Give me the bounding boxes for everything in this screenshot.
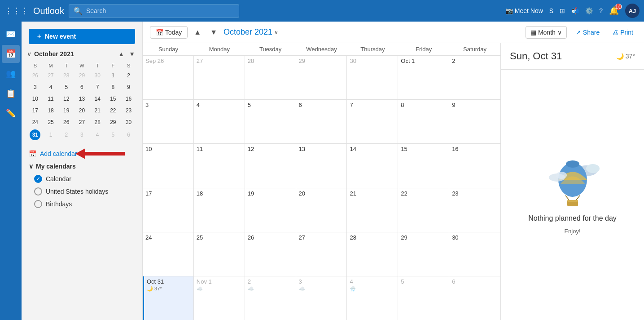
- mini-cal-day[interactable]: 12: [59, 93, 74, 104]
- cal-day[interactable]: 6: [296, 100, 347, 143]
- nav-tasks-icon[interactable]: 📋: [2, 84, 20, 102]
- mini-cal-day[interactable]: 29: [74, 70, 89, 81]
- cal-day[interactable]: Nov 1☁️: [194, 276, 245, 320]
- calendar-item[interactable]: ✓Calendar: [22, 173, 142, 185]
- cal-day[interactable]: 29: [398, 232, 449, 276]
- calendar-item[interactable]: Birthdays: [22, 198, 142, 210]
- today-button[interactable]: 📅 Today: [150, 26, 188, 39]
- nav-people-icon[interactable]: 👥: [2, 65, 20, 83]
- settings-icon[interactable]: ⚙️: [585, 7, 593, 14]
- cal-day[interactable]: 4: [194, 100, 245, 143]
- cal-day[interactable]: 14: [347, 144, 398, 187]
- mini-cal-day[interactable]: 2: [59, 129, 74, 141]
- cal-day[interactable]: 5: [245, 100, 296, 143]
- search-bar[interactable]: 🔍: [69, 4, 239, 18]
- mini-cal-day[interactable]: 28: [59, 70, 74, 81]
- mini-cal-day[interactable]: 7: [90, 82, 105, 93]
- add-calendar-button[interactable]: 📅 Add calendar: [22, 147, 142, 160]
- mini-cal-day[interactable]: 28: [90, 117, 105, 128]
- calendar-checkbox[interactable]: [34, 187, 42, 196]
- mini-cal-day[interactable]: 15: [106, 93, 121, 104]
- mini-cal-day[interactable]: 11: [44, 93, 58, 104]
- mini-cal-day[interactable]: 5: [59, 82, 74, 93]
- search-input[interactable]: [86, 7, 234, 14]
- avatar[interactable]: AJ: [625, 4, 640, 18]
- skype-icon[interactable]: S: [549, 7, 553, 14]
- mini-cal-day[interactable]: 19: [59, 105, 74, 116]
- cal-day[interactable]: 27: [194, 56, 245, 99]
- share-button[interactable]: ↗ Share: [572, 27, 603, 38]
- mini-cal-day[interactable]: 10: [28, 93, 43, 104]
- cal-day[interactable]: 29: [296, 56, 347, 99]
- mini-cal-day[interactable]: 3: [28, 82, 43, 93]
- mini-cal-day[interactable]: 27: [44, 70, 58, 81]
- cal-day[interactable]: 16: [449, 144, 500, 187]
- mini-cal-day[interactable]: 6: [121, 129, 136, 141]
- mini-cal-next-button[interactable]: ▼: [127, 49, 137, 58]
- mini-cal-day[interactable]: 25: [44, 117, 58, 128]
- mini-cal-day[interactable]: 21: [90, 105, 105, 116]
- cal-day[interactable]: 15: [398, 144, 449, 187]
- view-button[interactable]: ▦ Month ∨: [526, 26, 567, 39]
- cal-day[interactable]: 2☁️: [245, 276, 296, 320]
- mini-cal-day[interactable]: 22: [106, 105, 121, 116]
- grid-icon[interactable]: ⋮⋮⋮: [4, 6, 29, 16]
- cal-day[interactable]: 9: [449, 100, 500, 143]
- cal-day[interactable]: 4🌧️: [347, 276, 398, 320]
- mini-cal-day[interactable]: 26: [28, 70, 43, 81]
- meet-now-button[interactable]: 📷 Meet Now: [505, 7, 543, 14]
- cal-day[interactable]: 8: [398, 100, 449, 143]
- notifications-icon[interactable]: 🔔 10: [609, 6, 619, 16]
- cal-day[interactable]: 5: [398, 276, 449, 320]
- cal-day[interactable]: 11: [194, 144, 245, 187]
- mini-cal-day[interactable]: 29: [106, 117, 121, 128]
- cal-day[interactable]: 21: [347, 188, 398, 232]
- cal-day[interactable]: 24: [143, 232, 194, 276]
- mini-cal-day[interactable]: 27: [74, 117, 89, 128]
- cal-day[interactable]: 18: [194, 188, 245, 232]
- mini-cal-day[interactable]: 1: [44, 129, 58, 141]
- cal-day[interactable]: 30: [347, 56, 398, 99]
- cal-day[interactable]: 28: [245, 56, 296, 99]
- mini-cal-day[interactable]: 14: [90, 93, 105, 104]
- nav-calendar-icon[interactable]: 📅: [2, 45, 20, 63]
- nav-mail-icon[interactable]: ✉️: [2, 25, 20, 43]
- mini-cal-day[interactable]: 20: [74, 105, 89, 116]
- month-chevron-icon[interactable]: ∨: [274, 29, 278, 36]
- cal-day[interactable]: 3☁️: [296, 276, 347, 320]
- mini-cal-day[interactable]: 24: [28, 117, 43, 128]
- cal-day[interactable]: 17: [143, 188, 194, 232]
- mini-cal-day[interactable]: 4: [44, 82, 58, 93]
- cal-day[interactable]: Oct 1: [398, 56, 449, 99]
- cal-day[interactable]: 27: [296, 232, 347, 276]
- mini-cal-day[interactable]: 30: [90, 70, 105, 81]
- mini-cal-day[interactable]: 17: [28, 105, 43, 116]
- mini-cal-day[interactable]: 26: [59, 117, 74, 128]
- cal-day[interactable]: 10: [143, 144, 194, 187]
- mini-cal-day[interactable]: 18: [44, 105, 58, 116]
- next-month-button[interactable]: ▼: [207, 27, 220, 38]
- my-calendars-header[interactable]: ∨ My calendars: [22, 160, 142, 173]
- cal-day[interactable]: 6: [449, 276, 500, 320]
- mini-cal-day[interactable]: 23: [121, 105, 136, 116]
- mini-cal-day[interactable]: 5: [106, 129, 121, 141]
- prev-month-button[interactable]: ▲: [191, 27, 204, 38]
- mini-cal-day[interactable]: 31: [28, 129, 43, 141]
- print-button[interactable]: 🖨 Print: [609, 27, 637, 38]
- cal-day[interactable]: 19: [245, 188, 296, 232]
- cal-day[interactable]: 30: [449, 232, 500, 276]
- help-icon[interactable]: ?: [599, 7, 603, 14]
- mini-cal-day[interactable]: 30: [121, 117, 136, 128]
- mini-cal-day[interactable]: 13: [74, 93, 89, 104]
- mini-cal-day[interactable]: 16: [121, 93, 136, 104]
- cal-day[interactable]: Sep 26: [143, 56, 194, 99]
- cal-day[interactable]: 12: [245, 144, 296, 187]
- cal-day[interactable]: Oct 31🌙 37°: [143, 276, 194, 320]
- calendar-item[interactable]: United States holidays: [22, 185, 142, 198]
- mini-cal-prev-button[interactable]: ▲: [116, 49, 126, 58]
- calendar-checkbox[interactable]: [34, 200, 42, 208]
- mini-cal-day[interactable]: 3: [74, 129, 89, 141]
- mini-cal-day[interactable]: 8: [106, 82, 121, 93]
- cal-day[interactable]: 23: [449, 188, 500, 232]
- mini-cal-collapse-button[interactable]: ∨: [27, 50, 31, 58]
